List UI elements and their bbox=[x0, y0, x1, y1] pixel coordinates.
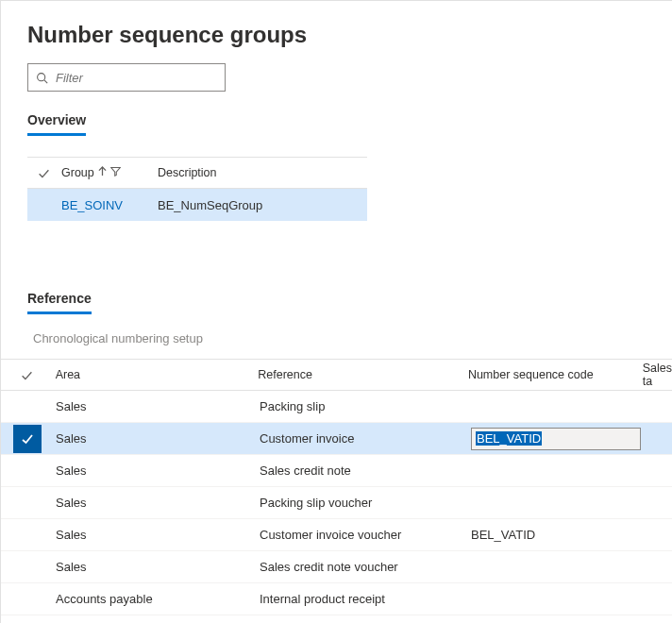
reference-grid: Area Reference Number sequence code Sale… bbox=[1, 359, 672, 615]
filter-input-wrapper[interactable] bbox=[27, 63, 226, 92]
cell-area: Accounts payable bbox=[54, 592, 260, 606]
column-header-salestax[interactable]: Sales ta bbox=[643, 362, 672, 388]
table-row[interactable]: SalesCustomer invoiceBEL_VATID bbox=[1, 423, 672, 455]
table-row[interactable]: SalesPacking slip voucher bbox=[1, 487, 672, 519]
row-select[interactable] bbox=[1, 425, 54, 453]
table-row[interactable]: BE_SOINV BE_NumSeqGroup bbox=[27, 189, 367, 221]
sort-asc-icon bbox=[98, 166, 107, 179]
number-sequence-code-input[interactable]: BEL_VATID bbox=[471, 428, 641, 450]
column-header-code[interactable]: Number sequence code bbox=[468, 368, 643, 381]
cell-group[interactable]: BE_SOINV bbox=[59, 198, 154, 212]
cell-reference: Sales credit note bbox=[260, 463, 471, 478]
overview-header-row: Group Description bbox=[27, 157, 367, 189]
cell-area: Sales bbox=[54, 528, 260, 542]
cell-description: BE_NumSeqGroup bbox=[154, 198, 367, 212]
table-row[interactable]: SalesCustomer invoice voucherBEL_VATID bbox=[1, 519, 672, 551]
svg-marker-3 bbox=[111, 168, 120, 177]
page-title: Number sequence groups bbox=[27, 22, 672, 48]
column-header-group-label: Group bbox=[61, 166, 94, 179]
svg-line-1 bbox=[44, 79, 47, 82]
search-icon bbox=[36, 72, 48, 84]
cell-reference: Internal product receipt bbox=[260, 592, 471, 606]
table-row[interactable]: SalesSales credit note voucher bbox=[1, 551, 672, 583]
column-header-description[interactable]: Description bbox=[154, 166, 367, 179]
cell-number-sequence-code[interactable]: BEL_VATID bbox=[471, 428, 647, 450]
table-row[interactable]: SalesPacking slip bbox=[1, 391, 672, 423]
table-row[interactable]: Accounts payableInternal product receipt bbox=[1, 583, 672, 615]
overview-grid: Group Description BE_SOINV BE_NumSeqGrou… bbox=[27, 157, 367, 221]
column-header-area[interactable]: Area bbox=[54, 368, 259, 381]
select-all-checkbox[interactable] bbox=[1, 369, 54, 381]
cell-area: Sales bbox=[54, 463, 260, 478]
reference-header-row: Area Reference Number sequence code Sale… bbox=[1, 359, 672, 391]
selected-text: BEL_VATID bbox=[476, 431, 542, 446]
cell-number-sequence-code[interactable]: BEL_VATID bbox=[471, 528, 647, 542]
cell-area: Sales bbox=[54, 560, 260, 574]
cell-reference: Customer invoice voucher bbox=[260, 528, 471, 542]
cell-reference: Sales credit note voucher bbox=[260, 560, 471, 574]
cell-area: Sales bbox=[54, 496, 260, 510]
select-all-checkbox[interactable] bbox=[27, 167, 59, 179]
column-header-group[interactable]: Group bbox=[59, 166, 154, 179]
cell-area: Sales bbox=[54, 399, 260, 413]
cell-reference: Packing slip voucher bbox=[260, 496, 471, 510]
reference-subtitle: Chronological numbering setup bbox=[33, 331, 672, 345]
table-row[interactable]: SalesSales credit note bbox=[1, 455, 672, 487]
filter-icon[interactable] bbox=[110, 166, 121, 179]
svg-point-0 bbox=[38, 73, 45, 80]
tab-reference[interactable]: Reference bbox=[27, 287, 92, 314]
cell-reference: Customer invoice bbox=[260, 431, 471, 446]
cell-area: Sales bbox=[54, 431, 260, 446]
filter-input[interactable] bbox=[54, 70, 217, 86]
tab-overview[interactable]: Overview bbox=[27, 109, 86, 136]
column-header-reference[interactable]: Reference bbox=[258, 368, 468, 381]
checkbox-checked-icon bbox=[13, 425, 42, 453]
cell-reference: Packing slip bbox=[260, 399, 471, 413]
